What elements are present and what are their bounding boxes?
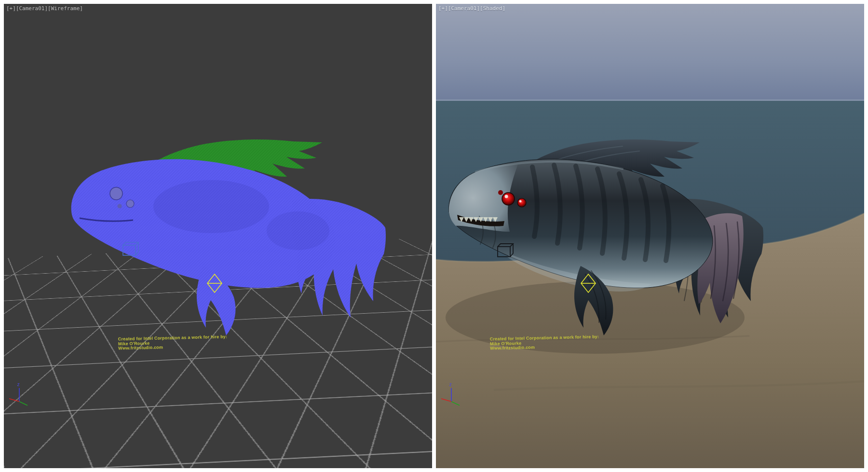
tail-shading	[267, 211, 329, 250]
axis-z-label: z	[449, 382, 452, 387]
credit-text: Created for Intel Corporation as a work …	[118, 334, 228, 351]
axis-x-line	[9, 399, 19, 402]
eye-left-small	[126, 200, 134, 208]
axis-x-line	[441, 399, 451, 402]
eye-red-large	[502, 193, 515, 205]
body-shading	[153, 180, 269, 233]
viewport-menu-shading[interactable]: [Shaded]	[480, 5, 505, 12]
viewport-label-shaded: [+][Camera01][Shaded]	[438, 5, 505, 12]
eye-highlight-large	[505, 195, 508, 198]
dual-viewport-canvas: Created for Intel Corporation as a work …	[0, 0, 868, 472]
fish-model-wireframe[interactable]	[71, 139, 386, 335]
eye-highlight-small	[519, 200, 522, 203]
viewport-menu-camera[interactable]: [Camera01]	[16, 5, 48, 12]
viewport-shaded[interactable]: Created for Intel Corporation as a work …	[436, 4, 864, 468]
shaded-scene[interactable]	[436, 4, 864, 468]
axis-z-label: z	[17, 382, 20, 387]
world-axis-tripod: z	[7, 380, 32, 408]
viewport-menu-shading[interactable]: [Wireframe]	[48, 5, 83, 12]
sky	[436, 4, 864, 101]
axis-y-line	[451, 402, 460, 405]
eye-left-large	[110, 187, 122, 200]
viewport-menu-pos[interactable]: [+]	[438, 5, 448, 12]
axis-y-line	[19, 402, 27, 405]
credit-text: Created for Intel Corporation as a work …	[490, 334, 599, 351]
viewport-menu-camera[interactable]: [Camera01]	[448, 5, 480, 12]
eye-red-small	[517, 198, 526, 207]
viewport-wireframe[interactable]: Created for Intel Corporation as a work …	[4, 4, 432, 468]
eye-red-dot	[498, 190, 503, 195]
eye-left-dot	[118, 204, 122, 208]
viewport-menu-pos[interactable]: [+]	[6, 5, 16, 12]
viewport-label-wireframe: [+][Camera01][Wireframe]	[6, 5, 83, 12]
world-axis-tripod: z	[439, 380, 464, 408]
wireframe-scene[interactable]	[4, 4, 432, 468]
